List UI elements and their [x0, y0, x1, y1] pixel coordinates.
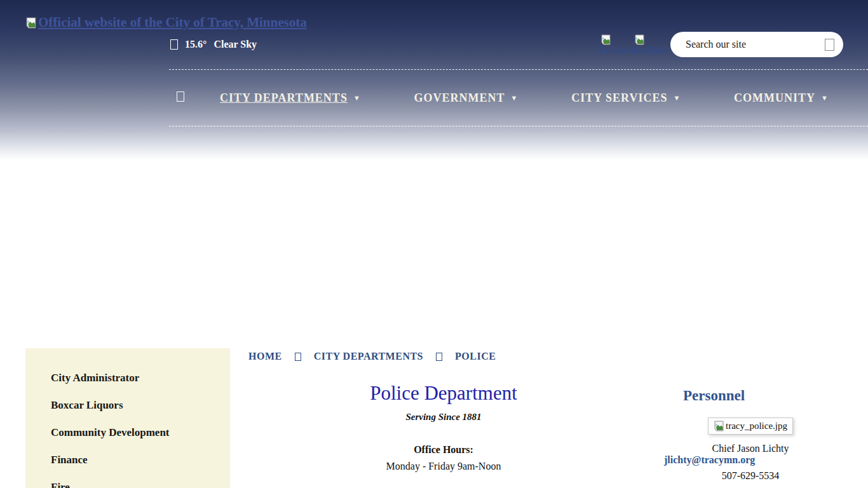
- youtube-alt-text: YouTube: [632, 45, 667, 56]
- facebook-alt-text: Facebook: [599, 45, 635, 56]
- broken-image-icon: [634, 34, 645, 45]
- site-logo-broken-image[interactable]: Official website of the City of Tracy, M…: [25, 15, 307, 30]
- personnel-phone: 507-629-5534: [664, 470, 837, 482]
- sidebar-item-finance[interactable]: Finance: [25, 446, 230, 473]
- personnel-photo-alt-text: tracy_police.jpg: [726, 421, 787, 431]
- department-sidebar: City Administrator Boxcar Liquors Commun…: [25, 348, 230, 488]
- site-search: [670, 32, 843, 57]
- sidebar-item-fire[interactable]: Fire: [25, 473, 230, 488]
- nav-label: GOVERNMENT: [414, 92, 505, 105]
- nav-label: CITY DEPARTMENTS: [220, 92, 348, 105]
- weather-icon: [170, 39, 178, 50]
- chevron-down-icon: ▼: [821, 94, 829, 102]
- office-hours-label: Office Hours:: [267, 444, 620, 456]
- chevron-down-icon: ▼: [511, 94, 519, 102]
- sidebar-item-community-development[interactable]: Community Development: [25, 419, 230, 446]
- weather-temperature: 15.6°: [185, 39, 207, 50]
- youtube-link[interactable]: YouTube: [634, 34, 656, 56]
- breadcrumb-police: POLICE: [455, 351, 496, 362]
- site-logo-alt-text: Official website of the City of Tracy, M…: [38, 15, 307, 30]
- personnel-section: Personnel tracy_police.jpg Chief Jason L…: [664, 388, 837, 482]
- nav-government[interactable]: GOVERNMENT ▼: [414, 92, 519, 105]
- search-icon: [825, 39, 834, 51]
- breadcrumb-separator-icon: [295, 353, 301, 361]
- office-hours-value: Monday - Friday 9am-Noon: [267, 461, 620, 472]
- sidebar-menu: City Administrator Boxcar Liquors Commun…: [25, 348, 230, 488]
- personnel-email-text: jlichty@tracymn.org: [664, 454, 755, 465]
- personnel-photo-broken-image: tracy_police.jpg: [708, 417, 793, 435]
- search-submit-button[interactable]: [825, 39, 834, 51]
- chevron-down-icon: ▼: [353, 94, 361, 102]
- nav-label: CITY SERVICES: [571, 92, 667, 105]
- page-title: Police Department: [267, 382, 620, 405]
- breadcrumb-home[interactable]: HOME: [248, 351, 282, 362]
- personnel-photo-wrap: tracy_police.jpg: [664, 417, 837, 435]
- search-input[interactable]: [686, 39, 825, 50]
- personnel-name: Chief Jason Lichty: [664, 443, 837, 454]
- page-content: Police Department Serving Since 1881 Off…: [267, 382, 620, 472]
- department-tagline: Serving Since 1881: [267, 412, 620, 423]
- personnel-heading: Personnel: [664, 388, 837, 404]
- nav-community[interactable]: COMMUNITY ▼: [734, 92, 829, 105]
- nav-city-services[interactable]: CITY SERVICES ▼: [571, 92, 681, 105]
- weather-widget: 15.6° Clear Sky: [170, 39, 257, 50]
- header-banner: Official website of the City of Tracy, M…: [0, 0, 868, 160]
- breadcrumb-city-departments[interactable]: CITY DEPARTMENTS: [314, 351, 423, 362]
- broken-image-icon: [600, 34, 611, 45]
- facebook-link[interactable]: Facebook: [600, 34, 622, 56]
- breadcrumb: HOME CITY DEPARTMENTS POLICE: [248, 351, 496, 362]
- chevron-down-icon: ▼: [673, 94, 681, 102]
- sidebar-item-city-administrator[interactable]: City Administrator: [25, 364, 230, 391]
- weather-condition: Clear Sky: [214, 39, 257, 50]
- nav-items: CITY DEPARTMENTS ▼ GOVERNMENT ▼ CITY SER…: [184, 92, 868, 105]
- nav-city-departments[interactable]: CITY DEPARTMENTS ▼: [220, 92, 361, 105]
- personnel-email-link[interactable]: jlichty@tracymn.org: [664, 454, 755, 465]
- breadcrumb-separator-icon: [436, 353, 442, 361]
- broken-image-icon: [714, 421, 724, 431]
- main-navigation: CITY DEPARTMENTS ▼ GOVERNMENT ▼ CITY SER…: [169, 69, 868, 126]
- broken-image-icon: [25, 17, 37, 29]
- home-icon[interactable]: [177, 92, 184, 104]
- nav-label: COMMUNITY: [734, 92, 815, 105]
- sidebar-item-boxcar-liquors[interactable]: Boxcar Liquors: [25, 391, 230, 419]
